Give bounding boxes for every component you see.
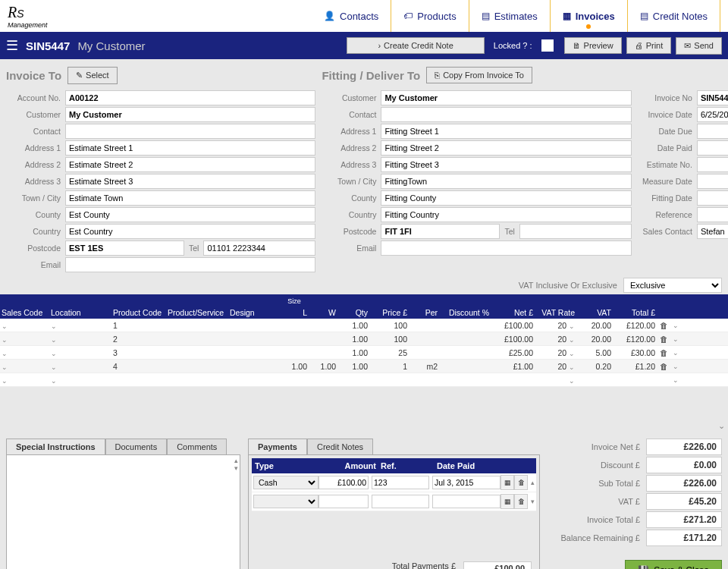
invoice-date-field[interactable] [697,107,728,122]
calendar-icon[interactable]: ▦ [500,475,514,490]
trash-icon: 🗑 [657,321,670,330]
county-field[interactable] [65,207,315,222]
print-button[interactable]: 🖨Print [626,37,672,54]
copy-from-button[interactable]: ⎘Copy From Invoice To [426,67,532,83]
line-item-row[interactable]: ⌄⌄31.0025£25.0020 ⌄5.00£30.00🗑⌄ [0,346,728,360]
special-instructions-area[interactable]: ▴▾ [6,454,240,569]
addr2-field[interactable] [65,157,315,172]
d-addr3-field[interactable] [381,157,631,172]
d-tel-field[interactable] [519,224,632,239]
edit-icon: ✎ [76,71,83,80]
line-item-row[interactable]: ⌄⌄41.001.001.001m2£1.0020 ⌄0.20£1.20🗑⌄ [0,360,728,373]
trash-icon[interactable]: 🗑 [514,494,528,509]
reference-field[interactable] [697,207,728,222]
account-no-field[interactable] [65,90,315,105]
balance: £171.20 [646,530,722,546]
tab-special[interactable]: Special Instructions [6,439,105,454]
copy-icon: ⎘ [435,71,440,80]
calendar-icon[interactable]: ▦ [500,494,514,509]
form-area: Invoice To ✎Select Account No. Customer … [0,59,728,276]
payment-row[interactable]: Cash▦🗑▴ [252,473,536,492]
pay-amount-field[interactable] [318,495,369,508]
customer-field[interactable] [65,107,315,122]
fitting-date-field[interactable] [697,190,728,206]
tab-comments[interactable]: Comments [167,439,227,454]
nav-contacts[interactable]: 👤Contacts [312,0,391,32]
line-item-row[interactable]: ⌄⌄11.00100£100.0020 ⌄20.00£120.00🗑⌄ [0,319,728,332]
eye-icon: 🗎 [573,41,581,50]
pay-type-select[interactable]: Cash [253,476,318,489]
d-postcode-field[interactable] [381,224,500,239]
date-paid-field[interactable] [697,140,728,156]
tab-docs[interactable]: Documents [105,439,168,454]
pay-type-select[interactable] [253,495,318,508]
deliver-title: Fitting / Deliver To [322,69,420,82]
nav-estimates[interactable]: ▤Estimates [469,0,551,32]
d-customer-field[interactable] [381,90,631,105]
grid-empty-area [0,387,728,432]
create-credit-button[interactable]: ›Create Credit Note [347,37,484,54]
sales-contact-field[interactable] [697,224,728,239]
date-due-field[interactable] [697,124,728,139]
tel-field[interactable] [203,240,315,256]
credit-icon: ▤ [640,11,648,21]
invoice-no-field[interactable] [697,90,728,105]
pay-ref-field[interactable] [372,495,429,508]
trash-icon: 🗑 [657,348,670,357]
country-field[interactable] [65,224,315,239]
addr1-field[interactable] [65,140,315,156]
nav-products[interactable]: 🏷Products [391,0,469,32]
line-items-grid[interactable]: ⌄⌄11.00100£100.0020 ⌄20.00£120.00🗑⌄⌄⌄21.… [0,319,728,387]
header-customer: My Customer [77,39,145,52]
pay-date-field[interactable] [432,476,500,489]
save-icon: 💾 [638,565,649,569]
chevron-right-icon: › [378,41,381,50]
estimate-no-field[interactable] [697,157,728,172]
measure-date-field[interactable] [697,174,728,189]
trash-icon[interactable]: 🗑 [514,475,528,490]
vat-total: £45.20 [646,493,722,510]
send-button[interactable]: ✉Send [676,37,722,55]
d-contact-field[interactable] [381,107,631,122]
vat-mode-select[interactable]: Exclusive [623,278,722,293]
line-item-row[interactable]: ⌄⌄21.00100£100.0020 ⌄20.00£120.00🗑⌄ [0,332,728,346]
tab-payments[interactable]: Payments [248,439,307,454]
d-country-field[interactable] [381,207,631,222]
pay-date-field[interactable] [432,495,500,508]
line-item-row-empty[interactable]: ⌄⌄⌄⌄ [0,373,728,387]
scroll-down-icon[interactable]: ▾ [234,464,238,472]
d-addr1-field[interactable] [381,124,631,139]
select-button[interactable]: ✎Select [67,67,118,84]
grid-header: Sales Code Location Product Code Product… [0,294,728,319]
locked-checkbox[interactable] [541,39,554,52]
save-close-button[interactable]: 💾Save & Close [625,560,722,569]
menu-icon[interactable]: ☰ [6,37,18,54]
pay-amount-field[interactable] [318,476,369,489]
vat-mode-label: VAT Inclusive Or Exclusive [519,281,617,290]
left-tabs: Special Instructions Documents Comments … [6,439,240,569]
header-bar: ☰ SIN5447 My Customer ›Create Credit Not… [0,32,728,59]
scroll-up-icon[interactable]: ▴ [234,457,238,464]
invoice-to-col: Invoice To ✎Select Account No. Customer … [6,65,315,273]
d-county-field[interactable] [381,190,631,206]
contact-field[interactable] [65,124,315,139]
trash-icon: 🗑 [657,335,670,344]
town-field[interactable] [65,190,315,206]
deliver-to-col: Fitting / Deliver To ⎘Copy From Invoice … [322,65,631,273]
addr3-field[interactable] [65,174,315,189]
preview-button[interactable]: 🗎Preview [564,37,622,54]
payments-panel: Payments Credit Notes Type Amount Ref. D… [248,439,540,569]
d-town-field[interactable] [381,174,631,189]
postcode-field[interactable] [65,240,184,256]
d-addr2-field[interactable] [381,140,631,156]
payment-row-empty[interactable]: ▦🗑▾ [252,492,536,511]
doc-number: SIN5447 [26,39,70,52]
nav-invoices[interactable]: ▦Invoices [551,0,628,32]
tab-credit[interactable]: Credit Notes [307,439,373,454]
email-field[interactable] [65,257,315,272]
discount: £0.00 [646,457,722,473]
logo: RSManagement [8,4,48,29]
nav-credit-notes[interactable]: ▤Credit Notes [628,0,720,32]
d-email-field[interactable] [381,240,631,256]
pay-ref-field[interactable] [372,476,429,489]
